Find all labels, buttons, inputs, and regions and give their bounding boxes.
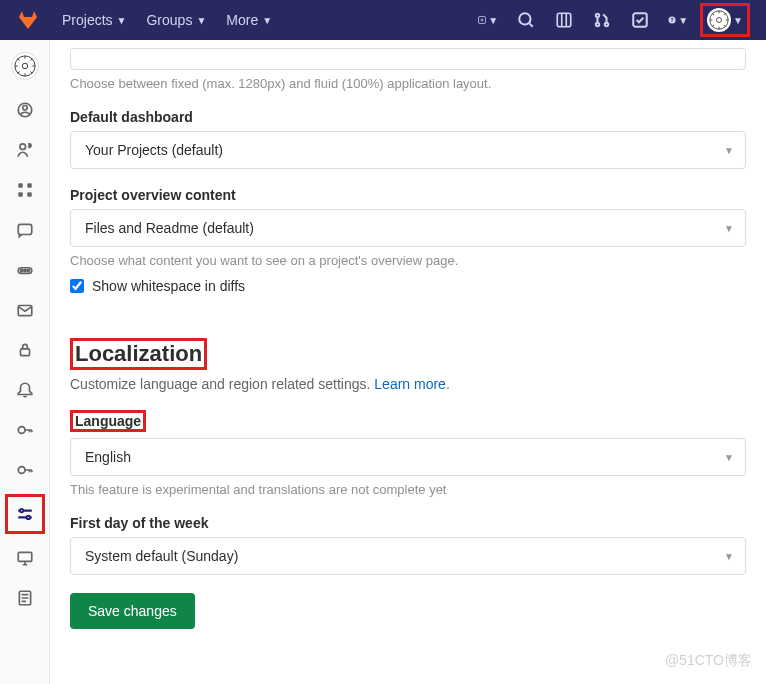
sidebar-applications[interactable] bbox=[9, 174, 41, 206]
main-content: Choose between fixed (max. 1280px) and f… bbox=[50, 40, 766, 684]
sidebar-chat[interactable] bbox=[9, 214, 41, 246]
overview-label: Project overview content bbox=[70, 187, 746, 203]
sidebar-access-tokens[interactable] bbox=[9, 254, 41, 286]
svg-rect-17 bbox=[18, 183, 23, 188]
watermark: @51CTO博客 bbox=[665, 652, 752, 670]
dashboard-label: Default dashboard bbox=[70, 109, 746, 125]
svg-rect-27 bbox=[20, 349, 29, 356]
chevron-down-icon: ▼ bbox=[678, 15, 688, 26]
learn-more-link[interactable]: Learn more bbox=[374, 376, 446, 392]
svg-point-15 bbox=[19, 144, 25, 150]
chevron-down-icon: ▼ bbox=[262, 15, 272, 26]
svg-point-23 bbox=[20, 269, 22, 271]
chevron-down-icon: ▼ bbox=[733, 15, 743, 26]
user-avatar bbox=[707, 8, 731, 32]
sidebar-account[interactable] bbox=[9, 134, 41, 166]
svg-point-24 bbox=[23, 269, 25, 271]
sidebar-password[interactable] bbox=[9, 334, 41, 366]
merge-requests-icon[interactable] bbox=[586, 4, 618, 36]
svg-point-4 bbox=[596, 23, 599, 26]
user-menu[interactable]: ▼ bbox=[700, 3, 750, 37]
language-help-text: This feature is experimental and transla… bbox=[70, 482, 746, 497]
sidebar-user-avatar[interactable] bbox=[11, 52, 39, 80]
todos-icon[interactable] bbox=[624, 4, 656, 36]
language-select[interactable]: English bbox=[70, 438, 746, 476]
svg-text:?: ? bbox=[671, 17, 674, 23]
localization-subtitle: Customize language and region related se… bbox=[70, 376, 746, 392]
sidebar-gpg-keys[interactable] bbox=[9, 454, 41, 486]
svg-rect-2 bbox=[557, 13, 571, 27]
language-label: Language bbox=[70, 410, 146, 432]
nav-label: Groups bbox=[146, 12, 192, 28]
sidebar bbox=[0, 40, 50, 684]
nav-label: Projects bbox=[62, 12, 113, 28]
sidebar-profile[interactable] bbox=[9, 94, 41, 126]
svg-rect-32 bbox=[18, 552, 32, 561]
sidebar-emails[interactable] bbox=[9, 294, 41, 326]
svg-point-28 bbox=[18, 427, 25, 434]
sidebar-preferences[interactable] bbox=[9, 498, 41, 530]
svg-point-5 bbox=[605, 23, 608, 26]
help-menu[interactable]: ? ▼ bbox=[662, 4, 694, 36]
svg-point-30 bbox=[19, 509, 22, 512]
svg-point-14 bbox=[22, 106, 27, 111]
nav-projects[interactable]: Projects▼ bbox=[54, 0, 134, 40]
localization-title: Localization bbox=[70, 338, 207, 370]
svg-rect-21 bbox=[18, 224, 32, 234]
svg-rect-18 bbox=[27, 183, 32, 188]
sidebar-authentication-log[interactable] bbox=[9, 582, 41, 614]
question-icon: ? bbox=[668, 11, 676, 29]
chevron-down-icon: ▼ bbox=[196, 15, 206, 26]
chevron-down-icon: ▼ bbox=[117, 15, 127, 26]
search-icon[interactable] bbox=[510, 4, 542, 36]
whitespace-label: Show whitespace in diffs bbox=[92, 278, 245, 294]
overview-help-text: Choose what content you want to see on a… bbox=[70, 253, 746, 268]
sidebar-preferences-highlight bbox=[5, 494, 45, 534]
layout-help-text: Choose between fixed (max. 1280px) and f… bbox=[70, 76, 746, 91]
first-day-label: First day of the week bbox=[70, 515, 746, 531]
gitlab-logo[interactable] bbox=[16, 8, 40, 32]
svg-point-25 bbox=[27, 269, 29, 271]
language-value: English bbox=[85, 449, 131, 465]
nav-more[interactable]: More▼ bbox=[218, 0, 280, 40]
svg-point-1 bbox=[519, 13, 530, 24]
sidebar-active-sessions[interactable] bbox=[9, 542, 41, 574]
sidebar-ssh-keys[interactable] bbox=[9, 414, 41, 446]
svg-point-3 bbox=[596, 14, 599, 17]
chevron-down-icon: ▼ bbox=[488, 15, 498, 26]
sidebar-notifications[interactable] bbox=[9, 374, 41, 406]
svg-point-29 bbox=[18, 467, 25, 474]
nav-label: More bbox=[226, 12, 258, 28]
dashboard-value: Your Projects (default) bbox=[85, 142, 223, 158]
first-day-select[interactable]: System default (Sunday) bbox=[70, 537, 746, 575]
whitespace-checkbox[interactable] bbox=[70, 279, 84, 293]
first-day-value: System default (Sunday) bbox=[85, 548, 238, 564]
nav-groups[interactable]: Groups▼ bbox=[138, 0, 214, 40]
dashboard-select[interactable]: Your Projects (default) bbox=[70, 131, 746, 169]
overview-value: Files and Readme (default) bbox=[85, 220, 254, 236]
layout-select-cutoff[interactable] bbox=[70, 48, 746, 70]
plus-icon bbox=[478, 11, 486, 29]
svg-point-31 bbox=[26, 516, 29, 519]
svg-rect-19 bbox=[18, 192, 23, 197]
create-menu[interactable]: ▼ bbox=[472, 4, 504, 36]
svg-rect-20 bbox=[27, 192, 32, 197]
save-button[interactable]: Save changes bbox=[70, 593, 195, 629]
issues-icon[interactable] bbox=[548, 4, 580, 36]
overview-select[interactable]: Files and Readme (default) bbox=[70, 209, 746, 247]
top-nav: Projects▼ Groups▼ More▼ ▼ ? ▼ ▼ bbox=[0, 0, 766, 40]
